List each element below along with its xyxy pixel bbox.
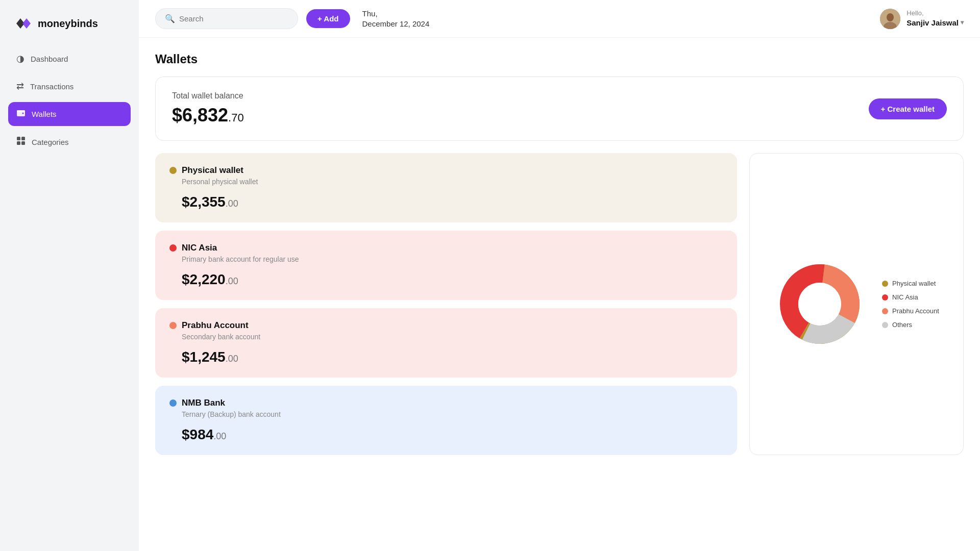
search-input[interactable] — [179, 14, 288, 23]
dashboard-icon: ◑ — [16, 53, 24, 64]
sidebar-item-categories[interactable]: Categories — [8, 130, 131, 154]
balance-cents: .70 — [228, 111, 244, 124]
legend-nic-asia: NIC Asia — [882, 293, 939, 301]
wallet-header-nmb: NMB Bank — [169, 398, 723, 408]
date-full: December 12, 2024 — [362, 19, 430, 29]
donut-chart — [774, 258, 866, 350]
user-hello: Hello, — [906, 9, 964, 18]
legend-dot-nic-asia — [882, 294, 888, 300]
balance-info: Total wallet balance $6,832.70 — [172, 91, 244, 126]
sidebar-item-transactions[interactable]: ⇄ Transactions — [8, 74, 131, 98]
avatar-image — [880, 9, 900, 29]
transactions-icon: ⇄ — [16, 81, 24, 92]
legend-label-prabhu: Prabhu Account — [892, 307, 939, 315]
wallet-amount-prabhu: $1,245.00 — [182, 349, 723, 365]
legend-prabhu: Prabhu Account — [882, 307, 939, 315]
chart-panel: Physical wallet NIC Asia Prabhu Account … — [749, 153, 964, 455]
wallet-card-nic-asia[interactable]: NIC Asia Primary bank account for regula… — [155, 231, 737, 300]
wallet-amount-physical: $2,355.00 — [182, 194, 723, 210]
sidebar-item-wallets[interactable]: Wallets — [8, 102, 131, 126]
wallet-dot-nic-asia — [169, 244, 177, 252]
svg-point-15 — [798, 283, 841, 325]
wallet-header-physical: Physical wallet — [169, 165, 723, 176]
date-display: Thu, December 12, 2024 — [362, 9, 430, 29]
legend-dot-physical — [882, 281, 888, 287]
logo: moneybinds — [8, 12, 131, 43]
wallet-list: Physical wallet Personal physical wallet… — [155, 153, 737, 455]
wallet-name-nic-asia: NIC Asia — [182, 243, 217, 253]
legend-dot-prabhu — [882, 308, 888, 314]
create-wallet-button[interactable]: + Create wallet — [869, 98, 947, 119]
add-button[interactable]: + Add — [306, 9, 350, 28]
sidebar-item-label-transactions: Transactions — [30, 82, 74, 91]
legend-label-nic-asia: NIC Asia — [892, 293, 918, 301]
sidebar-item-label-dashboard: Dashboard — [31, 55, 68, 63]
header: 🔍 + Add Thu, December 12, 2024 Hello, — [139, 0, 980, 38]
wallet-dot-nmb — [169, 399, 177, 407]
avatar — [880, 9, 900, 29]
legend-label-physical: Physical wallet — [892, 280, 936, 287]
sidebar: moneybinds ◑ Dashboard ⇄ Transactions Wa… — [0, 0, 139, 551]
sidebar-item-label-categories: Categories — [32, 138, 69, 146]
svg-rect-3 — [17, 137, 20, 140]
wallet-desc-prabhu: Secondary bank account — [182, 333, 723, 341]
svg-point-2 — [22, 113, 24, 114]
wallet-amount-nic-asia: $2,220.00 — [182, 271, 723, 288]
wallet-desc-nmb: Ternary (Backup) bank account — [182, 410, 723, 418]
wallets-grid: Physical wallet Personal physical wallet… — [155, 153, 964, 455]
wallet-header-prabhu: Prabhu Account — [169, 320, 723, 331]
date-day: Thu, — [362, 9, 430, 19]
wallet-dot-physical — [169, 167, 177, 174]
legend-physical: Physical wallet — [882, 280, 939, 287]
svg-rect-6 — [21, 141, 25, 145]
wallet-desc-nic-asia: Primary bank account for regular use — [182, 255, 723, 263]
wallet-name-physical: Physical wallet — [182, 165, 243, 176]
legend-dot-others — [882, 322, 888, 328]
search-icon: 🔍 — [165, 14, 175, 23]
wallet-card-physical[interactable]: Physical wallet Personal physical wallet… — [155, 153, 737, 222]
chart-legend: Physical wallet NIC Asia Prabhu Account … — [882, 280, 939, 329]
wallet-card-prabhu[interactable]: Prabhu Account Secondary bank account $1… — [155, 308, 737, 378]
legend-label-others: Others — [892, 321, 912, 329]
svg-rect-5 — [17, 141, 20, 145]
main-content: 🔍 + Add Thu, December 12, 2024 Hello, — [139, 0, 980, 551]
svg-point-8 — [887, 13, 894, 21]
search-bar[interactable]: 🔍 — [155, 8, 298, 29]
wallets-icon — [16, 108, 26, 120]
wallet-name-prabhu: Prabhu Account — [182, 320, 249, 331]
page-content: Wallets Total wallet balance $6,832.70 +… — [139, 38, 980, 551]
legend-others: Others — [882, 321, 939, 329]
donut-svg — [774, 258, 866, 350]
wallet-header-nic-asia: NIC Asia — [169, 243, 723, 253]
balance-label: Total wallet balance — [172, 91, 244, 101]
svg-rect-1 — [17, 110, 25, 112]
chevron-down-icon: ▾ — [961, 19, 964, 27]
wallet-card-nmb[interactable]: NMB Bank Ternary (Backup) bank account $… — [155, 386, 737, 455]
wallet-desc-physical: Personal physical wallet — [182, 178, 723, 186]
wallet-dot-prabhu — [169, 322, 177, 329]
categories-icon — [16, 136, 26, 148]
balance-card: Total wallet balance $6,832.70 + Create … — [155, 77, 964, 141]
logo-icon — [14, 16, 33, 31]
user-info: Hello, Sanjiv Jaiswal ▾ — [906, 9, 964, 28]
app-name: moneybinds — [38, 18, 98, 30]
user-name: Sanjiv Jaiswal ▾ — [906, 18, 964, 28]
user-menu[interactable]: Hello, Sanjiv Jaiswal ▾ — [880, 9, 964, 29]
svg-rect-4 — [21, 137, 25, 140]
page-title: Wallets — [155, 52, 964, 66]
wallet-name-nmb: NMB Bank — [182, 398, 225, 408]
sidebar-item-label-wallets: Wallets — [32, 110, 57, 118]
sidebar-item-dashboard[interactable]: ◑ Dashboard — [8, 47, 131, 70]
balance-amount: $6,832.70 — [172, 105, 244, 126]
wallet-amount-nmb: $984.00 — [182, 427, 723, 443]
